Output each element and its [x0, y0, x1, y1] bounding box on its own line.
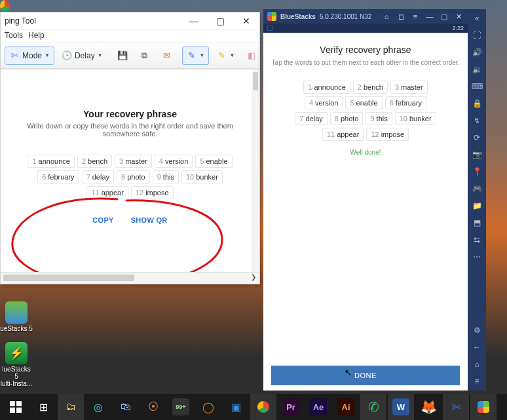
mode-dropdown[interactable]: ✄ Mode ▼: [5, 47, 54, 65]
fullscreen-icon[interactable]: ⛶: [472, 30, 482, 41]
vertical-scrollbar[interactable]: [252, 69, 259, 272]
taskbar-mail[interactable]: 99+: [168, 394, 194, 420]
taskbar-word[interactable]: W: [388, 394, 414, 420]
minimize-button[interactable]: —: [181, 12, 207, 29]
minimize-button[interactable]: —: [424, 11, 435, 22]
word-text: master: [401, 83, 423, 91]
word-february[interactable]: 6february: [385, 96, 426, 109]
taskbar: ⊞ 🗂 ◎ 🛍 ⦿ 99+ ◯ ▣ Pr Ae Ai ✆ W 🦊 ✄: [0, 394, 507, 420]
desktop-icon-bluestacks5-multi[interactable]: ⚡ lueStacks 5 lulti-Insta...: [0, 342, 33, 387]
verify-words: 1announce2bench3master4version5enable6fe…: [271, 81, 460, 141]
rotate-icon[interactable]: ⟳: [472, 132, 482, 143]
taskbar-chrome[interactable]: [250, 394, 276, 420]
controller-icon[interactable]: 🎮: [472, 183, 482, 194]
showqr-link[interactable]: SHOW QR: [131, 216, 168, 224]
delay-dropdown[interactable]: 🕒 Delay ▼: [57, 47, 107, 65]
scrollbar-thumb[interactable]: [3, 275, 134, 281]
settings-icon[interactable]: ⚙: [472, 325, 482, 335]
close-button[interactable]: ✕: [233, 12, 259, 29]
maximize-button[interactable]: ▢: [207, 12, 233, 29]
word-index: 3: [119, 157, 123, 165]
taskbar-illustrator[interactable]: Ai: [333, 394, 359, 420]
folder-icon[interactable]: 📁: [472, 200, 482, 211]
aftereffects-icon: Ae: [310, 398, 327, 415]
word-impose[interactable]: 12impose: [366, 128, 409, 141]
taskbar-bluestacks[interactable]: [470, 394, 497, 420]
start-button[interactable]: [3, 394, 29, 420]
copy-button[interactable]: ⧉: [135, 47, 155, 65]
done-button[interactable]: ↖ DONE: [271, 366, 460, 385]
chrome-icon[interactable]: [0, 0, 10, 12]
word-photo[interactable]: 8photo: [330, 112, 364, 125]
highlighter-tool[interactable]: ✎▼: [212, 47, 239, 65]
back-icon[interactable]: ←: [472, 342, 482, 353]
volume-up-icon[interactable]: 🔊: [472, 47, 482, 58]
scroll-right-icon[interactable]: ❯: [249, 273, 258, 282]
taskbar-aftereffects[interactable]: Ae: [305, 394, 331, 420]
word-index: 11: [91, 189, 99, 197]
taskbar-firefox[interactable]: 🦊: [415, 394, 441, 420]
word-index: 9: [370, 115, 374, 123]
word-text: bench: [364, 83, 383, 91]
more-icon[interactable]: ⋯: [472, 252, 482, 262]
scissors-icon: ✄: [452, 401, 460, 413]
word-text: february: [396, 99, 422, 107]
word-this[interactable]: 9this: [366, 112, 392, 125]
taskbar-groove[interactable]: ⦿: [140, 394, 166, 420]
location-icon[interactable]: 📍: [472, 166, 482, 177]
screenshot-icon[interactable]: 📷: [472, 149, 482, 160]
shake-icon[interactable]: ↯: [472, 115, 482, 126]
recents-icon[interactable]: ≡: [472, 376, 482, 387]
word-text: february: [48, 173, 74, 181]
copy-link[interactable]: COPY: [92, 216, 113, 224]
save-button[interactable]: 💾: [113, 47, 132, 65]
recents-icon[interactable]: ◻: [396, 11, 406, 22]
word-version[interactable]: 4version: [305, 96, 343, 109]
bs-titlebar[interactable]: BlueStacks 5.0.230.1001 N32 ⌂ ◻ ≡ — ▢ ✕: [263, 9, 468, 24]
taskbar-store[interactable]: 🛍: [113, 394, 139, 420]
word-index: 2: [358, 83, 362, 91]
menu-tools[interactable]: Tools: [5, 31, 23, 41]
edge-icon: ◎: [94, 401, 103, 413]
terminal-icon: ▣: [231, 401, 241, 413]
horizontal-scrollbar[interactable]: ❯: [1, 272, 259, 284]
home-icon[interactable]: ⌂: [472, 359, 482, 370]
pen-tool[interactable]: ✎▼: [182, 47, 210, 65]
snipping-tool-window: ping Tool — ▢ ✕ Tools Help ✄ Mode ▼ 🕒 De…: [0, 12, 260, 284]
task-view-button[interactable]: ⊞: [30, 394, 56, 420]
collapse-icon[interactable]: «: [472, 13, 482, 24]
apk-icon[interactable]: ⬒: [472, 218, 482, 228]
eraser-tool[interactable]: ◧: [242, 47, 261, 65]
taskbar-edge[interactable]: ◎: [85, 394, 111, 420]
volume-down-icon[interactable]: 🔉: [472, 64, 482, 75]
taskbar-whatsapp[interactable]: ✆: [360, 394, 386, 420]
taskbar-blender[interactable]: ◯: [195, 394, 221, 420]
word-bench: 2bench: [77, 155, 112, 168]
hamburger-icon[interactable]: ≡: [410, 11, 421, 22]
maximize-button[interactable]: ▢: [439, 11, 449, 22]
taskbar-vscode[interactable]: ▣: [223, 394, 249, 420]
word-announce[interactable]: 1announce: [303, 81, 350, 94]
snip-titlebar[interactable]: ping Tool — ▢ ✕: [1, 12, 259, 29]
close-button[interactable]: ✕: [453, 11, 464, 22]
menu-help[interactable]: Help: [28, 31, 45, 41]
word-enable[interactable]: 5enable: [345, 96, 382, 109]
send-button[interactable]: ✉: [157, 47, 177, 65]
word-bunker[interactable]: 10bunker: [395, 112, 436, 125]
taskbar-explorer[interactable]: 🗂: [58, 394, 84, 420]
desktop-icon-bluestacks5[interactable]: ueStacks 5: [0, 301, 33, 332]
snip-toolbar: ✄ Mode ▼ 🕒 Delay ▼ 💾 ⧉ ✉ ✎▼ ✎▼ ◧ 🎈: [1, 43, 259, 69]
home-icon[interactable]: ⌂: [381, 11, 392, 22]
eraser-icon: ◧: [246, 50, 257, 61]
word-master[interactable]: 3master: [390, 81, 428, 94]
lock-icon[interactable]: 🔒: [472, 98, 482, 109]
word-appear[interactable]: 11appear: [322, 128, 364, 141]
taskbar-premiere[interactable]: Pr: [278, 394, 304, 420]
scrollbar-thumb[interactable]: [253, 72, 258, 90]
sync-icon[interactable]: ⇆: [472, 235, 482, 245]
word-delay[interactable]: 7delay: [295, 112, 327, 125]
word-bench[interactable]: 2bench: [353, 81, 388, 94]
word-icon: W: [392, 398, 409, 415]
taskbar-snippingtool[interactable]: ✄: [443, 394, 469, 420]
keyboard-icon[interactable]: ⌨: [472, 81, 482, 92]
